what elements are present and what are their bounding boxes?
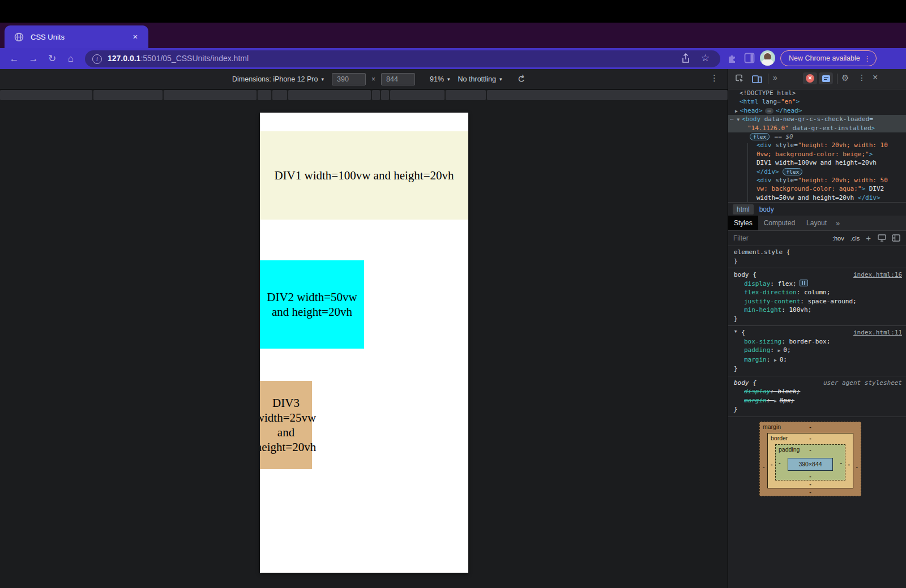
devtools-kebab-icon[interactable]: ⋮ (858, 73, 866, 82)
media-query-segment[interactable] (272, 90, 287, 100)
dom-line[interactable]: DIV1 width=100vw and height=20vh (728, 158, 906, 167)
css-property[interactable]: flex-direction: column; (734, 288, 903, 297)
border-left-value[interactable]: - (771, 461, 773, 467)
rule-selector[interactable]: body (734, 271, 753, 278)
css-property-overridden[interactable]: display: block; (734, 387, 903, 396)
expand-arrow-icon[interactable]: ▶ (778, 348, 784, 353)
profile-avatar[interactable] (760, 50, 775, 66)
dom-line[interactable]: <div style="height: 20vh; width: 50 (728, 176, 906, 184)
css-property[interactable]: justify-content: space-around; (734, 297, 903, 306)
margin-bottom-value[interactable]: - (809, 488, 811, 495)
border-top-value[interactable]: - (809, 435, 811, 441)
media-query-segment[interactable] (164, 90, 257, 100)
emulated-page-viewport[interactable]: DIV1 width=100vw and height=20vh DIV2 wi… (260, 113, 468, 573)
rule-selector[interactable]: element.style (734, 248, 783, 256)
issues-badge[interactable] (819, 72, 833, 84)
css-property-overridden[interactable]: margin: ▶ 8px; (734, 396, 903, 406)
dom-line-selected[interactable]: "14.1126.0" data-gr-ext-installed> (728, 124, 906, 132)
box-model-margin[interactable]: margin - - - - border - - - - padding - … (759, 422, 861, 496)
site-info-icon[interactable]: i (92, 54, 102, 64)
rule-selector[interactable]: * (734, 329, 741, 336)
dom-line[interactable]: 0vw; background-color: beige;"> (728, 150, 906, 158)
padding-bottom-value[interactable]: - (809, 473, 811, 479)
flex-editor-icon[interactable] (800, 280, 808, 286)
device-dimensions-select[interactable]: Dimensions: iPhone 12 Pro (232, 75, 318, 83)
dom-line[interactable]: vw; background-color: aqua;"> DIV2 (728, 184, 906, 193)
rule-selector[interactable]: body (734, 379, 753, 387)
css-property[interactable]: padding: ▶ 0; (734, 346, 903, 355)
box-model-border[interactable]: border - - - - padding - - - - 390×844 (767, 433, 853, 488)
media-query-segment[interactable] (390, 90, 445, 100)
media-query-segment[interactable] (446, 90, 486, 100)
rule-user-agent-body[interactable]: user agent stylesheet body { display: bl… (728, 376, 906, 417)
device-width-input[interactable]: 390 (332, 73, 366, 85)
media-query-bar[interactable] (0, 90, 728, 100)
filter-input[interactable]: Filter (733, 234, 832, 242)
expand-arrow-icon[interactable]: ▶ (774, 358, 780, 363)
tab-styles[interactable]: Styles (728, 216, 758, 230)
home-icon[interactable]: ⌂ (63, 51, 78, 66)
border-bottom-value[interactable]: - (809, 480, 811, 487)
toggle-classes-button[interactable]: .cls (851, 235, 860, 242)
back-icon[interactable]: ← (7, 51, 22, 66)
rule-body[interactable]: index.html:16 body { display: flex; flex… (728, 268, 906, 326)
media-query-segment[interactable] (258, 90, 271, 100)
margin-left-value[interactable]: - (763, 463, 765, 470)
dom-line[interactable]: flex == $0 (728, 132, 906, 141)
sidebar-layout-icon[interactable] (892, 234, 900, 242)
update-chrome-button[interactable]: New Chrome available ⋮ (780, 50, 877, 66)
error-count-badge[interactable]: ✕ (803, 72, 817, 84)
rendering-emulation-icon[interactable] (878, 234, 886, 242)
dom-line[interactable]: <div style="height: 20vh; width: 10 (728, 141, 906, 149)
border-right-value[interactable]: - (848, 461, 851, 467)
device-toolbar-kebab-icon[interactable]: ⋮ (710, 73, 719, 83)
media-query-segment[interactable] (487, 90, 728, 100)
share-icon[interactable] (681, 53, 690, 64)
media-query-segment[interactable] (93, 90, 163, 100)
rule-element-style[interactable]: element.style { } (728, 246, 906, 268)
media-query-segment[interactable] (288, 90, 371, 100)
box-model-padding[interactable]: padding - - - - 390×844 (775, 444, 845, 480)
padding-top-value[interactable]: - (809, 446, 811, 453)
dom-line-selected[interactable]: ⋯▼<body data-new-gr-c-s-check-loaded= (728, 115, 906, 123)
expand-arrow-icon[interactable]: ▶ (774, 398, 780, 404)
browser-tab[interactable]: CSS Units × (5, 25, 148, 48)
stylesheet-link[interactable]: index.html:16 (853, 271, 902, 280)
stylesheet-link[interactable]: index.html:11 (853, 328, 902, 337)
tab-computed[interactable]: Computed (758, 216, 801, 230)
padding-right-value[interactable]: - (840, 459, 843, 466)
media-query-segment[interactable] (372, 90, 380, 100)
tab-layout[interactable]: Layout (801, 216, 832, 230)
throttling-select[interactable]: No throttling (458, 75, 496, 83)
css-property[interactable]: box-sizing: border-box; (734, 337, 903, 346)
media-query-segment[interactable] (0, 90, 92, 100)
margin-top-value[interactable]: - (809, 423, 811, 430)
zoom-select[interactable]: 91% (430, 75, 444, 83)
css-property[interactable]: min-height: 100vh; (734, 306, 903, 315)
breadcrumb-html[interactable]: html (733, 204, 754, 214)
padding-left-value[interactable]: - (779, 459, 781, 466)
side-panel-icon[interactable] (744, 53, 755, 63)
tab-close-icon[interactable]: × (129, 31, 142, 43)
settings-gear-icon[interactable]: ⚙ (841, 73, 849, 83)
forward-icon[interactable]: → (26, 51, 41, 66)
margin-right-value[interactable]: - (856, 463, 858, 470)
toggle-hover-state-button[interactable]: :hov (832, 235, 844, 242)
inspect-element-icon[interactable] (735, 74, 745, 84)
media-query-segment[interactable] (381, 90, 389, 100)
dom-line[interactable]: <!DOCTYPE html> (728, 89, 906, 97)
dom-line[interactable]: ▶<head>⋯</head> (728, 106, 906, 115)
more-sidebar-tabs-icon[interactable]: » (832, 216, 843, 230)
more-tabs-icon[interactable]: » (773, 73, 777, 82)
dom-line[interactable]: <html lang="en"> (728, 97, 906, 106)
box-model-content[interactable]: 390×844 (788, 458, 833, 471)
dom-line[interactable]: width=50vw and height=20vh </div> (728, 194, 906, 202)
dom-line[interactable]: </div> flex (728, 168, 906, 176)
close-devtools-icon[interactable]: × (873, 72, 878, 83)
rule-universal[interactable]: index.html:11 * { box-sizing: border-box… (728, 326, 906, 376)
new-style-rule-icon[interactable]: + (866, 233, 871, 243)
reload-icon[interactable]: ↻ (45, 51, 59, 66)
css-property[interactable]: margin: ▶ 0; (734, 355, 903, 365)
extensions-puzzle-icon[interactable] (726, 53, 737, 63)
bookmark-star-icon[interactable]: ☆ (701, 52, 710, 64)
